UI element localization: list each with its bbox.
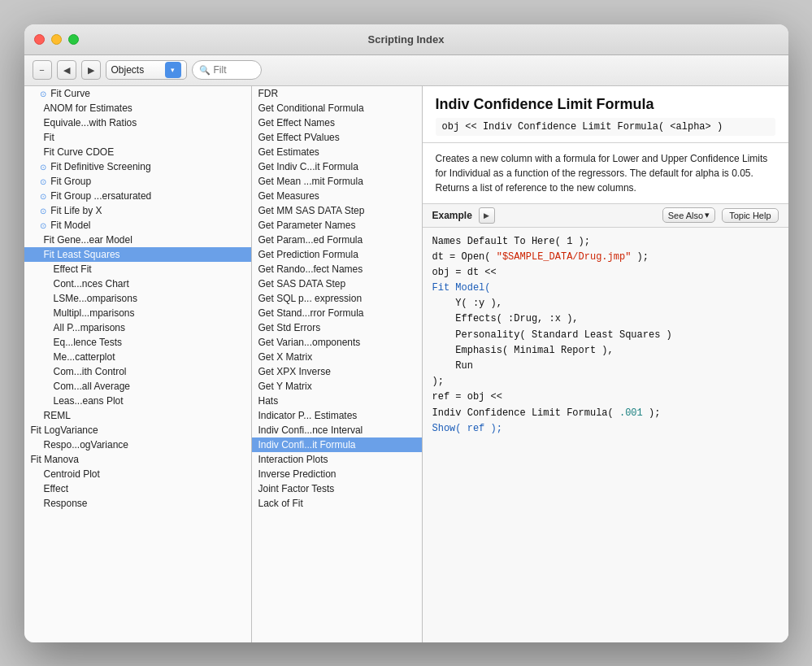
- tree-item-lsme[interactable]: LSMe...omparisons: [24, 291, 251, 306]
- minus-button[interactable]: −: [33, 60, 52, 80]
- see-also-label: See Also: [668, 211, 703, 220]
- expand-icon-grp2: ⊙: [40, 192, 46, 201]
- tree-item-anom[interactable]: ANOM for Estimates: [24, 101, 251, 115]
- tree-item-com-all[interactable]: Com...all Average: [24, 379, 251, 394]
- tree-item-fit-model[interactable]: ⊙ Fit Model: [24, 218, 251, 233]
- list-item-get-std[interactable]: Get Std Errors: [252, 320, 422, 335]
- list-item-get-conditional-formula[interactable]: Get Conditional Formula: [252, 101, 422, 115]
- expand-icon-life: ⊙: [40, 207, 46, 215]
- list-item-joint-factor[interactable]: Joint Factor Tests: [252, 481, 422, 496]
- list-item-get-rando[interactable]: Get Rando...fect Names: [252, 262, 422, 276]
- tree-item-equiv[interactable]: Equivale...with Ratios: [24, 115, 251, 130]
- tree-item-fit-sub[interactable]: Fit: [24, 130, 251, 145]
- list-item-indiv-confi-it[interactable]: Indiv Confi...it Formula: [252, 437, 422, 452]
- content-area: ⊙ Fit Curve ANOM for Estimates Equivale.…: [24, 86, 788, 642]
- list-item-get-mean[interactable]: Get Mean ...mit Formula: [252, 174, 422, 189]
- code-line-11: ref = obj <<: [432, 390, 779, 405]
- list-item-get-varian[interactable]: Get Varian...omponents: [252, 335, 422, 350]
- tree-item-fit-group[interactable]: ⊙ Fit Group: [24, 174, 251, 189]
- list-item-get-effect-names[interactable]: Get Effect Names: [252, 115, 422, 130]
- list-item-get-xpx[interactable]: Get XPX Inverse: [252, 364, 422, 379]
- titlebar: Scripting Index: [24, 24, 788, 55]
- tree-item-effect[interactable]: Effect: [24, 481, 251, 496]
- list-item-get-mm-sas[interactable]: Get MM SAS DATA Step: [252, 203, 422, 218]
- list-item-indicator-p[interactable]: Indicator P... Estimates: [252, 408, 422, 423]
- scripting-index-window: Scripting Index − ◀ ▶ Objects ▾ 🔍 ⊙ Fit …: [24, 24, 788, 642]
- expand-icon: ⊙: [40, 89, 46, 98]
- left-panel: ⊙ Fit Curve ANOM for Estimates Equivale.…: [24, 86, 252, 642]
- list-item-get-y-matrix[interactable]: Get Y Matrix: [252, 379, 422, 394]
- tree-item-me-catter[interactable]: Me...catterplot: [24, 350, 251, 364]
- tree-item-cont-nces[interactable]: Cont...nces Chart: [24, 276, 251, 291]
- code-line-5: Y( :y ),: [432, 296, 779, 311]
- tree-item-response[interactable]: Response: [24, 496, 251, 511]
- see-also-arrow-icon: ▾: [705, 210, 710, 220]
- tree-item-fit-least-squares[interactable]: Fit Least Squares: [24, 247, 251, 262]
- list-item-fdr[interactable]: FDR: [252, 86, 422, 101]
- tree-item-reml[interactable]: REML: [24, 408, 251, 423]
- tree-item-all-p[interactable]: All P...mparisons: [24, 320, 251, 335]
- list-item-lack-of-fit[interactable]: Lack of Fit: [252, 496, 422, 511]
- tree-item-fit-manova[interactable]: Fit Manova: [24, 452, 251, 467]
- right-code-signature: obj << Indiv Confidence Limit Formula( <…: [436, 118, 775, 136]
- topic-help-button[interactable]: Topic Help: [722, 208, 778, 223]
- code-line-10: );: [432, 374, 779, 390]
- tree-item-eq-lence[interactable]: Eq...lence Tests: [24, 335, 251, 350]
- tree-item-fit-group-ers[interactable]: ⊙ Fit Group ...ersaturated: [24, 189, 251, 203]
- list-item-get-x-matrix[interactable]: Get X Matrix: [252, 350, 422, 364]
- list-item-inverse-prediction[interactable]: Inverse Prediction: [252, 467, 422, 481]
- example-label: Example: [432, 210, 472, 221]
- list-item-get-stand[interactable]: Get Stand...rror Formula: [252, 306, 422, 320]
- code-area: Names Default To Here( 1 ); dt = Open( "…: [423, 228, 788, 642]
- list-item-get-parameter-names[interactable]: Get Parameter Names: [252, 218, 422, 233]
- toolbar: − ◀ ▶ Objects ▾ 🔍: [24, 55, 788, 86]
- list-item-get-sas[interactable]: Get SAS DATA Step: [252, 276, 422, 291]
- right-header: Indiv Confidence Limit Formula obj << In…: [423, 86, 788, 143]
- tree-item-fit-logvariance[interactable]: Fit LogVariance: [24, 423, 251, 437]
- forward-button[interactable]: ▶: [81, 60, 101, 80]
- code-line-2: dt = Open( "$SAMPLE_DATA/Drug.jmp" );: [432, 250, 779, 265]
- list-item-get-measures[interactable]: Get Measures: [252, 189, 422, 203]
- code-line-8: Emphasis( Minimal Report ),: [432, 343, 779, 359]
- list-item-get-param-ed[interactable]: Get Param...ed Formula: [252, 233, 422, 247]
- tree-item-com-ith[interactable]: Com...ith Control: [24, 364, 251, 379]
- objects-dropdown[interactable]: Objects ▾: [106, 60, 187, 80]
- tree-item-fit-curve-cdoe[interactable]: Fit Curve CDOE: [24, 145, 251, 159]
- list-item-get-estimates[interactable]: Get Estimates: [252, 145, 422, 159]
- tree-item-effect-fit[interactable]: Effect Fit: [24, 262, 251, 276]
- right-panel: Indiv Confidence Limit Formula obj << In…: [423, 86, 788, 642]
- middle-panel: FDR Get Conditional Formula Get Effect N…: [252, 86, 423, 642]
- tree-item-centroid[interactable]: Centroid Plot: [24, 467, 251, 481]
- expand-icon-grp: ⊙: [40, 177, 46, 186]
- back-button[interactable]: ◀: [57, 60, 76, 80]
- list-item-get-sql[interactable]: Get SQL p... expression: [252, 291, 422, 306]
- tree-item-fit-definitive[interactable]: ⊙ Fit Definitive Screening: [24, 159, 251, 174]
- list-item-get-effect-pvalues[interactable]: Get Effect PValues: [252, 130, 422, 145]
- example-toolbar: Example ▶ See Also ▾ Topic Help: [423, 204, 788, 228]
- example-run-button[interactable]: ▶: [479, 207, 495, 224]
- search-box: 🔍: [192, 60, 262, 80]
- see-also-button[interactable]: See Also ▾: [662, 207, 715, 223]
- code-line-12: Indiv Confidence Limit Formula( .001 );: [432, 406, 779, 421]
- tree-item-fit-gene[interactable]: Fit Gene...ear Model: [24, 233, 251, 247]
- tree-item-leas-eans[interactable]: Leas...eans Plot: [24, 394, 251, 408]
- search-input[interactable]: [214, 64, 254, 76]
- tree-item-fit-curve[interactable]: ⊙ Fit Curve: [24, 86, 251, 101]
- objects-dropdown-label: Objects: [111, 64, 162, 76]
- minimize-button[interactable]: [51, 34, 62, 45]
- right-title: Indiv Confidence Limit Formula: [436, 96, 775, 113]
- code-line-6: Effects( :Drug, :x ),: [432, 311, 779, 327]
- right-description: Creates a new column with a formula for …: [423, 143, 788, 204]
- list-item-get-indiv[interactable]: Get Indiv C...it Formula: [252, 159, 422, 174]
- list-item-hats[interactable]: Hats: [252, 394, 422, 408]
- list-item-get-prediction[interactable]: Get Prediction Formula: [252, 247, 422, 262]
- topic-help-label: Topic Help: [729, 211, 771, 220]
- tree-item-multipl[interactable]: Multipl...mparisons: [24, 306, 251, 320]
- list-item-indiv-confi-nce[interactable]: Indiv Confi...nce Interval: [252, 423, 422, 437]
- code-line-13: Show( ref );: [432, 421, 779, 437]
- tree-item-fit-life-by-x[interactable]: ⊙ Fit Life by X: [24, 203, 251, 218]
- maximize-button[interactable]: [68, 34, 79, 45]
- list-item-interaction-plots[interactable]: Interaction Plots: [252, 452, 422, 467]
- tree-item-respo-og[interactable]: Respo...ogVariance: [24, 437, 251, 452]
- close-button[interactable]: [34, 34, 45, 45]
